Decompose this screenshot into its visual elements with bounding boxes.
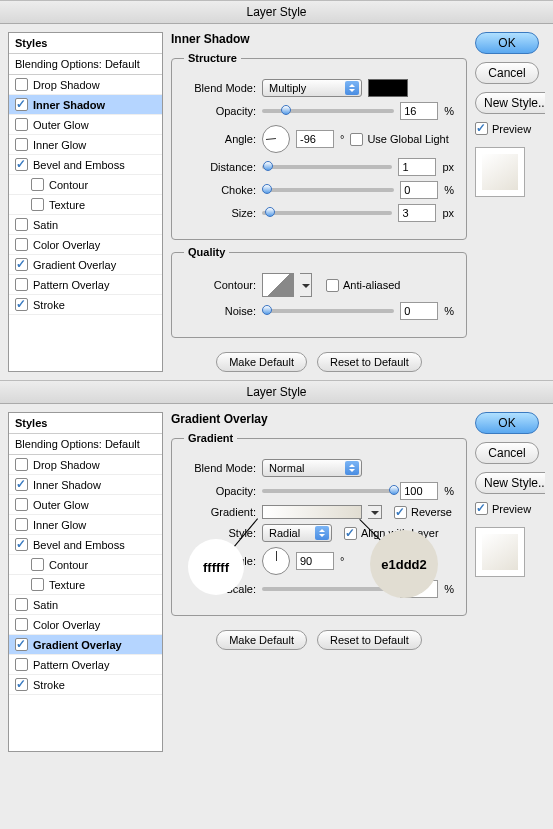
ok-button[interactable]: OK	[475, 412, 539, 434]
style-checkbox[interactable]	[15, 598, 28, 611]
style-checkbox[interactable]	[15, 458, 28, 471]
style-checkbox[interactable]	[15, 538, 28, 551]
align-layer-checkbox[interactable]	[344, 527, 357, 540]
style-checkbox[interactable]	[15, 238, 28, 251]
style-checkbox[interactable]	[15, 618, 28, 631]
anti-aliased-checkbox[interactable]	[326, 279, 339, 292]
make-default-button[interactable]: Make Default	[216, 352, 307, 372]
angle-input[interactable]	[296, 130, 334, 148]
choke-input[interactable]	[400, 181, 438, 199]
preview-checkbox[interactable]	[475, 122, 488, 135]
style-item-texture[interactable]: Texture	[9, 195, 162, 215]
new-style-button[interactable]: New Style...	[475, 472, 545, 494]
new-style-button[interactable]: New Style...	[475, 92, 545, 114]
cancel-button[interactable]: Cancel	[475, 442, 539, 464]
style-item-drop-shadow[interactable]: Drop Shadow	[9, 455, 162, 475]
style-checkbox[interactable]	[15, 138, 28, 151]
size-slider[interactable]	[262, 206, 392, 220]
style-checkbox[interactable]	[15, 278, 28, 291]
styles-header[interactable]: Styles	[9, 413, 162, 434]
choke-slider[interactable]	[262, 183, 394, 197]
style-checkbox[interactable]	[15, 258, 28, 271]
style-item-contour[interactable]: Contour	[9, 555, 162, 575]
opacity-input[interactable]	[400, 102, 438, 120]
style-select[interactable]: Radial	[262, 524, 332, 542]
style-checkbox[interactable]	[15, 478, 28, 491]
reset-default-button[interactable]: Reset to Default	[317, 352, 422, 372]
scale-slider[interactable]	[262, 582, 394, 596]
style-checkbox[interactable]	[31, 578, 44, 591]
angle-input[interactable]	[296, 552, 334, 570]
style-item-satin[interactable]: Satin	[9, 215, 162, 235]
distance-input[interactable]	[398, 158, 436, 176]
chevron-down-icon[interactable]	[368, 505, 382, 519]
style-label: Pattern Overlay	[33, 659, 109, 671]
opacity-slider[interactable]	[262, 484, 394, 498]
chevron-down-icon[interactable]	[300, 273, 312, 297]
style-item-satin[interactable]: Satin	[9, 595, 162, 615]
style-checkbox[interactable]	[15, 518, 28, 531]
scale-input[interactable]	[400, 580, 438, 598]
style-checkbox[interactable]	[31, 178, 44, 191]
color-swatch[interactable]	[368, 79, 408, 97]
angle-dial[interactable]	[262, 125, 290, 153]
preview-checkbox[interactable]	[475, 502, 488, 515]
align-layer-label: Align with Layer	[361, 527, 439, 539]
style-item-inner-glow[interactable]: Inner Glow	[9, 515, 162, 535]
style-item-stroke[interactable]: Stroke	[9, 295, 162, 315]
style-checkbox[interactable]	[15, 98, 28, 111]
angle-deg: °	[340, 133, 344, 145]
style-item-drop-shadow[interactable]: Drop Shadow	[9, 75, 162, 95]
make-default-button[interactable]: Make Default	[216, 630, 307, 650]
style-label: Style:	[184, 527, 256, 539]
style-item-bevel-and-emboss[interactable]: Bevel and Emboss	[9, 535, 162, 555]
style-item-inner-shadow[interactable]: Inner Shadow	[9, 95, 162, 115]
style-item-bevel-and-emboss[interactable]: Bevel and Emboss	[9, 155, 162, 175]
style-checkbox[interactable]	[15, 218, 28, 231]
style-checkbox[interactable]	[15, 498, 28, 511]
style-item-inner-shadow[interactable]: Inner Shadow	[9, 475, 162, 495]
style-item-outer-glow[interactable]: Outer Glow	[9, 115, 162, 135]
style-checkbox[interactable]	[15, 658, 28, 671]
style-item-stroke[interactable]: Stroke	[9, 675, 162, 695]
style-checkbox[interactable]	[15, 78, 28, 91]
style-item-color-overlay[interactable]: Color Overlay	[9, 235, 162, 255]
blending-options-row[interactable]: Blending Options: Default	[9, 54, 162, 75]
size-input[interactable]	[398, 204, 436, 222]
style-item-texture[interactable]: Texture	[9, 575, 162, 595]
style-item-gradient-overlay[interactable]: Gradient Overlay	[9, 635, 162, 655]
style-checkbox[interactable]	[15, 118, 28, 131]
style-checkbox[interactable]	[31, 198, 44, 211]
opacity-slider[interactable]	[262, 104, 394, 118]
ok-button[interactable]: OK	[475, 32, 539, 54]
noise-input[interactable]	[400, 302, 438, 320]
blend-mode-select[interactable]: Multiply	[262, 79, 362, 97]
noise-slider[interactable]	[262, 304, 394, 318]
style-checkbox[interactable]	[15, 678, 28, 691]
cancel-button[interactable]: Cancel	[475, 62, 539, 84]
style-item-gradient-overlay[interactable]: Gradient Overlay	[9, 255, 162, 275]
reverse-checkbox[interactable]	[394, 506, 407, 519]
style-checkbox[interactable]	[15, 158, 28, 171]
gradient-picker[interactable]	[262, 505, 362, 519]
blend-mode-select[interactable]: Normal	[262, 459, 362, 477]
anti-aliased-label: Anti-aliased	[343, 279, 400, 291]
style-item-outer-glow[interactable]: Outer Glow	[9, 495, 162, 515]
angle-dial[interactable]	[262, 547, 290, 575]
contour-picker[interactable]	[262, 273, 294, 297]
distance-slider[interactable]	[262, 160, 392, 174]
style-checkbox[interactable]	[15, 298, 28, 311]
style-checkbox[interactable]	[31, 558, 44, 571]
styles-header[interactable]: Styles	[9, 33, 162, 54]
style-checkbox[interactable]	[15, 638, 28, 651]
style-label: Inner Shadow	[33, 99, 105, 111]
style-item-contour[interactable]: Contour	[9, 175, 162, 195]
style-item-pattern-overlay[interactable]: Pattern Overlay	[9, 275, 162, 295]
global-light-checkbox[interactable]	[350, 133, 363, 146]
style-item-pattern-overlay[interactable]: Pattern Overlay	[9, 655, 162, 675]
reset-default-button[interactable]: Reset to Default	[317, 630, 422, 650]
opacity-input[interactable]	[400, 482, 438, 500]
blending-options-row[interactable]: Blending Options: Default	[9, 434, 162, 455]
style-item-color-overlay[interactable]: Color Overlay	[9, 615, 162, 635]
style-item-inner-glow[interactable]: Inner Glow	[9, 135, 162, 155]
